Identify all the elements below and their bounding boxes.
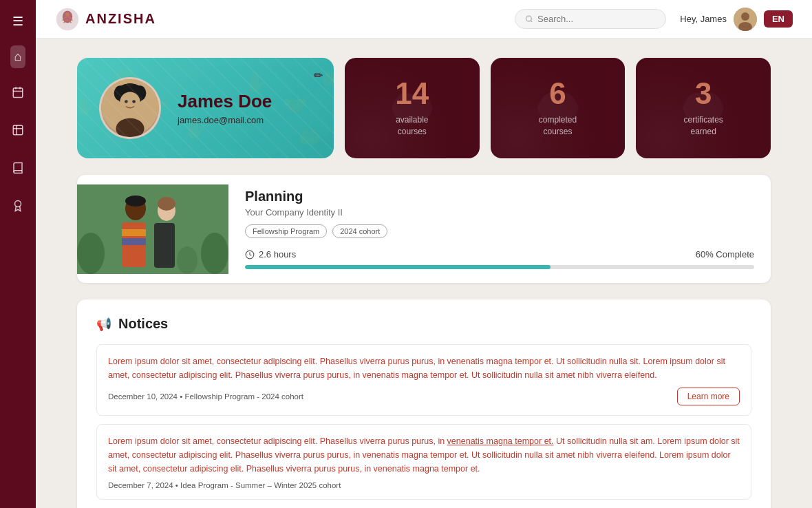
stat-card-available: 14 availablecourses: [345, 58, 480, 158]
course-image-svg: [77, 184, 228, 274]
course-tag-1: 2024 cohort: [332, 224, 387, 238]
stat-number-available: 14: [395, 78, 429, 109]
profile-email: james.doe@mail.com: [178, 115, 272, 125]
user-avatar-icon: [734, 8, 757, 31]
course-meta: 2.6 hours 60% Complete: [245, 249, 754, 260]
svg-point-46: [201, 233, 228, 274]
notices-title-text: Notices: [118, 316, 168, 332]
svg-rect-0: [13, 88, 23, 98]
course-tag-0: Fellowship Program: [245, 224, 327, 238]
svg-rect-40: [122, 238, 146, 245]
svg-text:✋: ✋: [77, 96, 96, 117]
course-subtitle: Your Company Identity II: [245, 207, 754, 218]
avatar[interactable]: [734, 8, 757, 31]
svg-text:🤝: 🤝: [283, 93, 308, 118]
language-button[interactable]: EN: [764, 10, 793, 28]
notice-meta-0: December 10, 2024 • Fellowship Program -…: [108, 388, 740, 405]
profile-info: James Doe james.doe@mail.com: [178, 91, 272, 125]
svg-text:🤲: 🤲: [298, 126, 321, 148]
menu-toggle-icon[interactable]: ☰: [10, 11, 26, 32]
svg-point-11: [526, 16, 532, 21]
learn-more-button-0[interactable]: Learn more: [677, 388, 740, 405]
svg-point-47: [177, 246, 197, 274]
notices-card: 📢 Notices Lorem ipsum dolor sit amet, co…: [77, 299, 771, 508]
notices-title: 📢 Notices: [96, 316, 751, 332]
notice-item-1: Lorem ipsum dolor sit amet, consectetur …: [96, 424, 751, 500]
course-card: Planning Your Company Identity II Fellow…: [77, 175, 771, 283]
megaphone-icon: 📢: [96, 317, 111, 332]
svg-text:👐: 👐: [77, 127, 80, 148]
duration-label: 2.6 hours: [259, 249, 296, 260]
svg-point-13: [741, 12, 749, 21]
progress-bar: [245, 265, 754, 269]
sidebar-book-icon[interactable]: [8, 158, 28, 182]
stat-number-completed: 6: [549, 78, 566, 109]
stat-label-available: availablecourses: [396, 114, 428, 138]
search-input[interactable]: [537, 14, 656, 24]
notice-link-0[interactable]: Fellowship Program - 2024 cohort: [184, 392, 303, 401]
svg-point-7: [15, 201, 21, 207]
notice-date-link-0: December 10, 2024 • Fellowship Program -…: [108, 392, 303, 401]
svg-point-33: [132, 100, 136, 103]
logo-emblem-icon: [55, 7, 80, 32]
svg-point-31: [120, 92, 140, 114]
notice-date-link-1: December 7, 2024 • Idea Program - Summer…: [108, 481, 341, 489]
notice-link-1[interactable]: Idea Program - Summer – Winter 2025 coho…: [180, 481, 341, 489]
search-icon: [525, 14, 533, 23]
course-duration: 2.6 hours: [245, 249, 296, 260]
course-image: [77, 184, 228, 274]
notice-date-0: December 10, 2024: [108, 392, 178, 401]
course-title: Planning: [245, 189, 754, 204]
sidebar-calendar-icon[interactable]: [8, 82, 28, 106]
notice-text-0: Lorem ipsum dolor sit amet, consectetur …: [108, 354, 740, 382]
profile-avatar: [99, 77, 161, 139]
svg-point-44: [158, 197, 175, 211]
course-info: Planning Your Company Identity II Fellow…: [228, 175, 771, 283]
notice-date-1: December 7, 2024: [108, 481, 173, 489]
svg-rect-39: [122, 229, 146, 236]
svg-rect-4: [13, 125, 23, 135]
sidebar-home-icon[interactable]: ⌂: [10, 45, 26, 68]
stat-card-certificates: 3 certificatesearned: [636, 58, 771, 158]
logo-text: ANZISHA: [85, 11, 156, 27]
sidebar-schedule-icon[interactable]: [8, 120, 28, 144]
logo: ANZISHA: [55, 7, 156, 32]
stat-label-completed: completedcourses: [539, 114, 577, 138]
svg-point-45: [77, 233, 105, 274]
search-bar[interactable]: [515, 9, 666, 29]
course-tags: Fellowship Program 2024 cohort: [245, 224, 754, 238]
svg-point-41: [125, 195, 146, 207]
user-area: Hey, James EN: [680, 8, 793, 31]
profile-name: James Doe: [178, 91, 272, 112]
notice-meta-1: December 7, 2024 • Idea Program - Summer…: [108, 481, 740, 489]
top-section: 🤝✋ 🤲👐 ✋🤝 🤲👐 👐✋ 🤲: [77, 58, 771, 158]
svg-point-10: [65, 12, 69, 16]
greeting-label: Hey, James: [680, 14, 727, 24]
svg-rect-43: [154, 223, 175, 268]
stat-label-certs: certificatesearned: [684, 114, 723, 138]
svg-point-32: [125, 100, 128, 103]
profile-card: 🤝✋ 🤲👐 ✋🤝 🤲👐 👐✋ 🤲: [77, 58, 334, 158]
clock-icon: [245, 250, 255, 260]
topnav: ANZISHA Hey, James EN: [36, 0, 812, 39]
profile-edit-icon[interactable]: ✏: [314, 69, 323, 82]
stat-card-completed: 6 completedcourses: [491, 58, 626, 158]
notice-separator-1: •: [175, 481, 180, 489]
progress-fill: [245, 265, 551, 269]
sidebar-badge-icon[interactable]: [8, 195, 28, 220]
main-content: ANZISHA Hey, James EN: [36, 0, 812, 508]
sidebar: ☰ ⌂: [0, 0, 36, 508]
underline-phrase-1: venenatis magna tempor et.: [447, 436, 554, 446]
stat-number-certs: 3: [695, 78, 712, 109]
course-complete-label: 60% Complete: [696, 249, 754, 260]
page-content: 🤝✋ 🤲👐 ✋🤝 🤲👐 👐✋ 🤲: [36, 39, 812, 508]
notice-text-1: Lorem ipsum dolor sit amet, consectetur …: [108, 434, 740, 476]
profile-avatar-image: [101, 77, 159, 137]
svg-text:🤲: 🤲: [321, 69, 334, 89]
notice-item-0: Lorem ipsum dolor sit amet, consectetur …: [96, 344, 751, 416]
